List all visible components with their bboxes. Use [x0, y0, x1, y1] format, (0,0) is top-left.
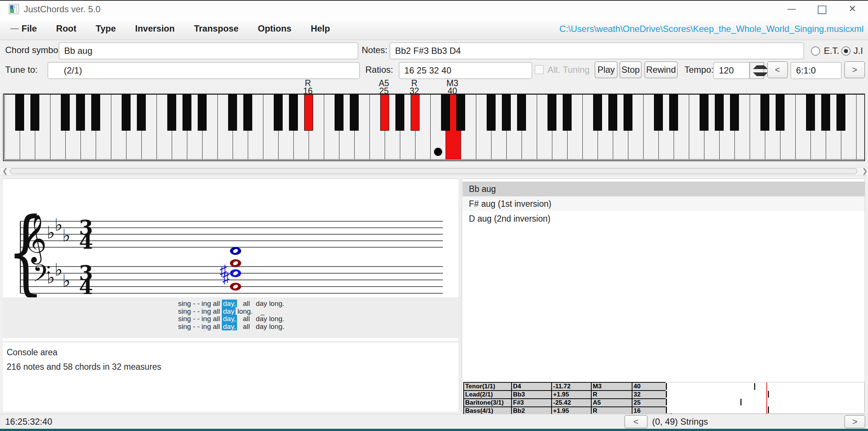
et-radio[interactable]	[811, 46, 820, 56]
menu-item-help[interactable]: Help	[311, 23, 330, 34]
scroll-left-icon[interactable]: ❮	[2, 167, 8, 175]
chord-list-item[interactable]: D aug (2nd inversion)	[463, 211, 865, 226]
ji-radio-label[interactable]: J.I	[854, 41, 863, 61]
console-area: Console area216 notes and 58 chords in 3…	[3, 342, 458, 412]
play-button[interactable]: Play	[595, 61, 618, 78]
piano-black-key-C#0[interactable]	[15, 94, 24, 131]
chord-list-item[interactable]: Bb aug	[463, 182, 865, 196]
rewind-button[interactable]: Rewind	[644, 61, 678, 78]
chord-list: Bb augF# aug (1st inversion)D aug (2nd i…	[463, 182, 865, 226]
scrollbar-thumb[interactable]	[10, 168, 857, 174]
piano-black-key-A#3[interactable]	[411, 94, 420, 131]
piano-black-key-G#2[interactable]	[289, 94, 298, 131]
piano-black-key-D#1[interactable]	[137, 94, 146, 131]
et-radio-label[interactable]: E.T.	[824, 41, 839, 61]
spinner-up-icon[interactable]	[753, 65, 768, 69]
piano-black-key-D#3[interactable]	[350, 94, 359, 131]
piano-black-key-D#5[interactable]	[563, 94, 572, 131]
piano-black-key-F#7[interactable]	[806, 94, 815, 131]
piano-black-key-C#4[interactable]	[441, 94, 450, 131]
piano-black-key-C#5[interactable]	[548, 94, 556, 131]
piano-black-key-F#4[interactable]	[487, 94, 496, 131]
piano-black-key-A#2[interactable]	[304, 94, 313, 131]
piano-black-key-G#7[interactable]	[821, 94, 830, 131]
piano-black-key-F#1[interactable]	[167, 94, 176, 131]
voice-table-cell: -11.72	[552, 382, 591, 391]
key-label-Bb3: R 32	[398, 79, 431, 95]
instrument-next-button[interactable]: >	[844, 415, 865, 428]
accidental-sharps: ♯♯	[220, 262, 230, 286]
piano-black-key-A#1[interactable]	[198, 94, 207, 131]
piano-black-key-D#6[interactable]	[669, 94, 678, 131]
menu-item-transpose[interactable]: Transpose	[194, 23, 239, 34]
piano-scrollbar[interactable]: ❮ ❯	[0, 167, 868, 176]
whole-note-F#3	[230, 270, 241, 277]
piano-black-key-F#5[interactable]	[593, 94, 602, 131]
piano-black-key-D#4[interactable]	[456, 94, 465, 131]
console-line: Console area	[7, 345, 458, 360]
voice-table-cell: Bb3	[512, 391, 552, 399]
piano-black-key-C#3[interactable]	[335, 94, 343, 131]
menu-item-root[interactable]: Root	[56, 23, 76, 34]
piano-black-key-A#7[interactable]	[836, 94, 845, 131]
menu-item-options[interactable]: Options	[258, 23, 292, 34]
voice-table-cell: Baritone(3/1)	[464, 399, 512, 407]
score-panel: { 𝄞 𝄢 ♭♭♭♭♭♭ 3434 ♯♯ sing - - ing all da…	[3, 179, 458, 341]
piano-black-key-A#0[interactable]	[91, 94, 100, 131]
ratios-input[interactable]	[399, 62, 532, 79]
spinner-down-icon[interactable]	[753, 72, 768, 76]
minimize-button[interactable]: —	[780, 1, 803, 17]
menu-grip	[10, 28, 19, 29]
stop-button[interactable]: Stop	[619, 61, 642, 78]
lyric-line-4: sing - - ing all day, all day long.	[178, 323, 458, 331]
lyrics-block: sing - - ing all day, all day long.sing …	[3, 297, 458, 338]
piano-black-key-C#6[interactable]	[654, 94, 663, 131]
piano-black-key-D#2[interactable]	[243, 94, 252, 131]
deviation-center-line	[766, 382, 767, 414]
piano-black-key-A#6[interactable]	[730, 94, 739, 131]
open-file-path[interactable]: C:\Users\weath\OneDrive\Scores\Keep_the_…	[559, 24, 864, 34]
piano-black-key-C#2[interactable]	[228, 94, 237, 131]
piano-black-key-G#0[interactable]	[76, 94, 85, 131]
maximize-button[interactable]: □	[811, 1, 833, 17]
tempo-input[interactable]	[713, 62, 750, 79]
piano-white-key-C8[interactable]	[856, 94, 865, 160]
ji-radio[interactable]	[841, 46, 851, 56]
alt-tuning-checkbox[interactable]	[535, 65, 544, 74]
menu-item-type[interactable]: Type	[96, 23, 116, 34]
piano-black-key-D#7[interactable]	[776, 94, 785, 131]
menu-item-inversion[interactable]: Inversion	[135, 23, 175, 34]
notes-input[interactable]	[389, 42, 804, 59]
console-line: 216 notes and 58 chords in 32 measures	[7, 360, 458, 374]
lyric-highlight: day,	[222, 323, 237, 330]
piano-black-key-A#4[interactable]	[517, 94, 526, 131]
tune-to-input[interactable]	[47, 62, 360, 79]
chord-list-item[interactable]: F# aug (1st inversion)	[463, 196, 865, 211]
position-input[interactable]	[790, 62, 842, 79]
piano-black-key-C#7[interactable]	[760, 94, 769, 131]
piano-black-key-F#6[interactable]	[700, 94, 708, 131]
status-position-time: 16:25:32:40	[5, 414, 52, 429]
piano-black-key-G#6[interactable]	[715, 94, 724, 131]
piano-black-key-G#5[interactable]	[608, 94, 617, 131]
panel-splitter[interactable]	[458, 179, 462, 412]
piano-black-key-G#4[interactable]	[502, 94, 511, 131]
piano-black-key-F#2[interactable]	[274, 94, 283, 131]
menu-item-file[interactable]: File	[22, 23, 37, 34]
voice-table-cell: +1.95	[552, 391, 591, 399]
piano-black-key-F#0[interactable]	[61, 94, 70, 131]
piano-black-key-A#5[interactable]	[624, 94, 632, 131]
piano-black-key-F#3[interactable]	[380, 94, 389, 131]
piano-black-key-G#1[interactable]	[183, 94, 191, 131]
piano-black-key-D#0[interactable]	[30, 94, 39, 131]
piano-black-key-C#1[interactable]	[122, 94, 131, 131]
voice-table-cell: Lead(2/1)	[464, 391, 512, 399]
chord-symbol-input[interactable]	[59, 42, 358, 59]
step-back-button[interactable]: <	[767, 61, 788, 78]
close-button[interactable]: ✕	[841, 1, 864, 17]
tempo-spinner[interactable]	[749, 62, 764, 79]
step-forward-button[interactable]: >	[844, 61, 865, 78]
scroll-right-icon[interactable]: ❯	[862, 167, 868, 175]
piano-black-key-G#3[interactable]	[395, 94, 404, 131]
instrument-prev-button[interactable]: <	[624, 415, 648, 428]
